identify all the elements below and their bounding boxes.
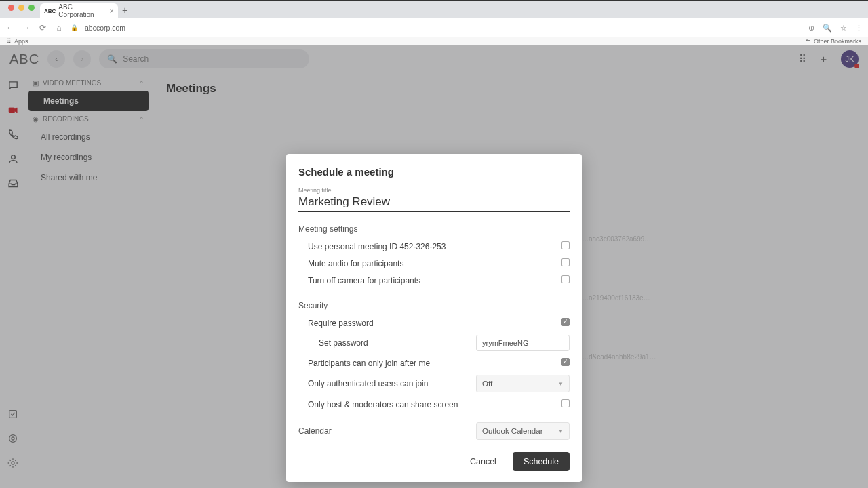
window-controls[interactable] bbox=[4, 5, 40, 15]
option-label: Only host & moderators can share screen bbox=[298, 400, 458, 409]
option-label: Require password bbox=[298, 319, 374, 328]
dropdown-value: Off bbox=[482, 380, 492, 388]
app-root: ABC ‹ › 🔍 Search ⠿ ＋ JK bbox=[0, 45, 868, 488]
minimize-window-icon[interactable] bbox=[18, 5, 24, 11]
zoom-icon[interactable]: 🔍 bbox=[823, 24, 832, 33]
tab-title: ABC Corporation bbox=[58, 3, 106, 18]
checkbox[interactable] bbox=[561, 241, 570, 249]
dialog-actions: Cancel Schedule bbox=[298, 452, 570, 471]
browser-chrome: ABC ABC Corporation × + ← → ⟳ ⌂ 🔒 abccor… bbox=[0, 0, 868, 45]
title-field-label: Meeting title bbox=[298, 187, 570, 194]
back-icon[interactable]: ← bbox=[5, 23, 15, 33]
checkbox[interactable] bbox=[561, 399, 570, 407]
apps-icon[interactable]: ⠿ bbox=[7, 38, 12, 45]
option-turn-off-camera[interactable]: Turn off camera for participants bbox=[298, 272, 570, 289]
star-icon[interactable]: ☆ bbox=[840, 24, 847, 33]
auth-dropdown[interactable]: Off ▼ bbox=[476, 375, 570, 392]
new-tab-button[interactable]: + bbox=[118, 5, 132, 16]
option-label: Turn off camera for participants bbox=[298, 276, 420, 285]
calendar-label: Calendar bbox=[298, 426, 332, 436]
cancel-button[interactable]: Cancel bbox=[463, 452, 503, 471]
option-join-after-me[interactable]: Participants can only join after me bbox=[298, 354, 570, 371]
apps-label[interactable]: Apps bbox=[14, 38, 28, 45]
security-section-label: Security bbox=[298, 301, 570, 310]
reload-icon[interactable]: ⟳ bbox=[38, 23, 47, 33]
option-authenticated-users: Only authenticated users can join Off ▼ bbox=[298, 371, 570, 396]
settings-section-label: Meeting settings bbox=[298, 224, 570, 234]
option-label: Set password bbox=[298, 338, 368, 348]
other-bookmarks[interactable]: Other Bookmarks bbox=[814, 38, 861, 45]
checkbox-checked[interactable] bbox=[561, 358, 570, 366]
checkbox[interactable] bbox=[561, 258, 570, 266]
chevron-down-icon: ▼ bbox=[558, 381, 564, 387]
url-text[interactable]: abccorp.com bbox=[85, 24, 125, 32]
option-require-password[interactable]: Require password bbox=[298, 314, 570, 331]
option-label: Only authenticated users can join bbox=[298, 379, 428, 388]
meeting-title-input[interactable] bbox=[298, 194, 570, 212]
checkbox-checked[interactable] bbox=[561, 318, 570, 326]
home-icon[interactable]: ⌂ bbox=[54, 23, 64, 33]
option-host-share-screen[interactable]: Only host & moderators can share screen bbox=[298, 396, 570, 413]
maximize-window-icon[interactable] bbox=[28, 5, 35, 11]
favicon: ABC bbox=[44, 8, 56, 14]
schedule-meeting-dialog: Schedule a meeting Meeting title Meeting… bbox=[286, 154, 582, 482]
option-mute-audio[interactable]: Mute audio for participants bbox=[298, 255, 570, 272]
tab-strip: ABC ABC Corporation × + bbox=[0, 1, 868, 18]
option-set-password: Set password bbox=[298, 331, 570, 354]
folder-icon: 🗀 bbox=[805, 38, 811, 45]
browser-tab[interactable]: ABC ABC Corporation × bbox=[40, 3, 118, 18]
checkbox[interactable] bbox=[561, 275, 570, 283]
bookmarks-bar: ⠿ Apps 🗀 Other Bookmarks bbox=[0, 37, 868, 45]
calendar-dropdown[interactable]: Outlook Calendar ▼ bbox=[476, 422, 570, 440]
close-window-icon[interactable] bbox=[8, 5, 14, 11]
menu-icon[interactable]: ⋮ bbox=[855, 24, 863, 33]
calendar-row: Calendar Outlook Calendar ▼ bbox=[298, 422, 570, 440]
schedule-button[interactable]: Schedule bbox=[513, 452, 570, 471]
forward-icon[interactable]: → bbox=[22, 23, 31, 33]
option-label: Use personal meeting ID 452-326-253 bbox=[298, 242, 446, 251]
lock-icon: 🔒 bbox=[71, 24, 78, 31]
option-label: Participants can only join after me bbox=[298, 359, 430, 368]
option-label: Mute audio for participants bbox=[298, 259, 403, 268]
option-personal-id[interactable]: Use personal meeting ID 452-326-253 bbox=[298, 238, 570, 255]
tab-close-icon[interactable]: × bbox=[110, 7, 114, 15]
password-input[interactable] bbox=[476, 335, 570, 351]
address-bar-row: ← → ⟳ ⌂ 🔒 abccorp.com ⊕ 🔍 ☆ ⋮ bbox=[0, 18, 868, 37]
chevron-down-icon: ▼ bbox=[558, 428, 564, 434]
dialog-title: Schedule a meeting bbox=[298, 166, 570, 178]
extension-icon[interactable]: ⊕ bbox=[808, 24, 814, 33]
dropdown-value: Outlook Calendar bbox=[482, 427, 543, 435]
